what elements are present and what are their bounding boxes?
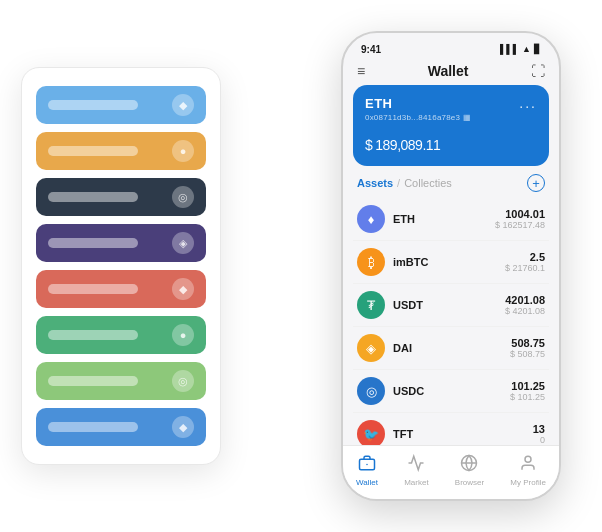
- bottom-nav: Wallet Market Browser My Profile: [343, 445, 559, 499]
- eth-card[interactable]: ETH ... 0x08711d3b...8416a78e3 ▦ $189,08…: [353, 85, 549, 166]
- card-label-1: [48, 146, 138, 156]
- card-label-5: [48, 330, 138, 340]
- status-time: 9:41: [361, 44, 381, 55]
- asset-amount-DAI: 508.75: [510, 337, 545, 349]
- status-icons: ▌▌▌ ▲ ▊: [500, 44, 541, 54]
- wallet-card-item-4[interactable]: ◆: [36, 270, 206, 308]
- page-title: Wallet: [428, 63, 469, 79]
- phone-mockup: 9:41 ▌▌▌ ▲ ▊ ≡ Wallet ⛶ ETH ... 0x08711d…: [341, 31, 561, 501]
- wallet-card-item-5[interactable]: ●: [36, 316, 206, 354]
- signal-icon: ▌▌▌: [500, 44, 519, 54]
- asset-usd-USDC: $ 101.25: [510, 392, 545, 402]
- nav-icon-market: [407, 454, 425, 476]
- wallet-card-item-1[interactable]: ●: [36, 132, 206, 170]
- tab-assets[interactable]: Assets: [357, 177, 393, 189]
- asset-row[interactable]: 🐦 TFT 13 0: [353, 413, 549, 445]
- asset-amounts-DAI: 508.75 $ 508.75: [510, 337, 545, 359]
- battery-icon: ▊: [534, 44, 541, 54]
- left-wallet-panel: ◆ ● ◎ ◈ ◆ ● ◎ ◆: [21, 67, 221, 465]
- asset-name-TFT: TFT: [393, 428, 533, 440]
- asset-row[interactable]: ₿ imBTC 2.5 $ 21760.1: [353, 241, 549, 284]
- card-label-7: [48, 422, 138, 432]
- asset-icon-USDT: ₮: [357, 291, 385, 319]
- phone-header: ≡ Wallet ⛶: [343, 57, 559, 85]
- asset-name-imBTC: imBTC: [393, 256, 505, 268]
- eth-card-balance: $189,089.11: [365, 130, 537, 156]
- asset-amounts-ETH: 1004.01 $ 162517.48: [495, 208, 545, 230]
- add-asset-button[interactable]: +: [527, 174, 545, 192]
- asset-icon-USDC: ◎: [357, 377, 385, 405]
- tab-collecties[interactable]: Collecties: [404, 177, 452, 189]
- wallet-card-item-6[interactable]: ◎: [36, 362, 206, 400]
- card-icon-2: ◎: [172, 186, 194, 208]
- nav-item-browser[interactable]: Browser: [455, 454, 484, 487]
- eth-card-address: 0x08711d3b...8416a78e3 ▦: [365, 113, 537, 122]
- card-label-6: [48, 376, 138, 386]
- asset-name-USDC: USDC: [393, 385, 510, 397]
- asset-usd-DAI: $ 508.75: [510, 349, 545, 359]
- asset-amounts-imBTC: 2.5 $ 21760.1: [505, 251, 545, 273]
- eth-card-menu[interactable]: ...: [519, 95, 537, 111]
- assets-tabs: Assets / Collecties: [357, 177, 452, 189]
- asset-row[interactable]: ♦ ETH 1004.01 $ 162517.48: [353, 198, 549, 241]
- scene: ◆ ● ◎ ◈ ◆ ● ◎ ◆ 9:41 ▌▌▌ ▲ ▊: [11, 11, 591, 521]
- nav-icon-browser: [460, 454, 478, 476]
- asset-list: ♦ ETH 1004.01 $ 162517.48 ₿ imBTC 2.5 $ …: [343, 198, 559, 445]
- card-icon-0: ◆: [172, 94, 194, 116]
- nav-item-wallet[interactable]: Wallet: [356, 454, 378, 487]
- asset-icon-TFT: 🐦: [357, 420, 385, 445]
- asset-amount-USDC: 101.25: [510, 380, 545, 392]
- nav-label-profile: My Profile: [510, 478, 546, 487]
- asset-row[interactable]: ₮ USDT 4201.08 $ 4201.08: [353, 284, 549, 327]
- nav-label-browser: Browser: [455, 478, 484, 487]
- asset-amount-TFT: 13: [533, 423, 545, 435]
- wallet-card-item-3[interactable]: ◈: [36, 224, 206, 262]
- asset-amount-USDT: 4201.08: [505, 294, 545, 306]
- asset-name-ETH: ETH: [393, 213, 495, 225]
- wallet-card-item-7[interactable]: ◆: [36, 408, 206, 446]
- nav-item-profile[interactable]: My Profile: [510, 454, 546, 487]
- asset-icon-DAI: ◈: [357, 334, 385, 362]
- svg-point-4: [525, 456, 531, 462]
- wallet-card-item-0[interactable]: ◆: [36, 86, 206, 124]
- menu-icon[interactable]: ≡: [357, 63, 365, 79]
- asset-name-USDT: USDT: [393, 299, 505, 311]
- asset-usd-USDT: $ 4201.08: [505, 306, 545, 316]
- card-icon-7: ◆: [172, 416, 194, 438]
- asset-usd-imBTC: $ 21760.1: [505, 263, 545, 273]
- card-label-0: [48, 100, 138, 110]
- card-icon-5: ●: [172, 324, 194, 346]
- asset-row[interactable]: ◈ DAI 508.75 $ 508.75: [353, 327, 549, 370]
- eth-card-name: ETH: [365, 96, 393, 111]
- asset-amount-imBTC: 2.5: [505, 251, 545, 263]
- asset-row[interactable]: ◎ USDC 101.25 $ 101.25: [353, 370, 549, 413]
- scan-icon[interactable]: ⛶: [531, 63, 545, 79]
- wallet-card-item-2[interactable]: ◎: [36, 178, 206, 216]
- card-label-3: [48, 238, 138, 248]
- asset-name-DAI: DAI: [393, 342, 510, 354]
- nav-icon-profile: [519, 454, 537, 476]
- card-icon-4: ◆: [172, 278, 194, 300]
- eth-balance-currency: $: [365, 137, 372, 153]
- nav-icon-wallet: [358, 454, 376, 476]
- nav-label-wallet: Wallet: [356, 478, 378, 487]
- asset-amount-ETH: 1004.01: [495, 208, 545, 220]
- tab-divider: /: [397, 177, 400, 189]
- svg-point-1: [366, 464, 368, 466]
- asset-amounts-USDT: 4201.08 $ 4201.08: [505, 294, 545, 316]
- card-icon-6: ◎: [172, 370, 194, 392]
- wifi-icon: ▲: [522, 44, 531, 54]
- asset-usd-TFT: 0: [533, 435, 545, 445]
- asset-icon-imBTC: ₿: [357, 248, 385, 276]
- status-bar: 9:41 ▌▌▌ ▲ ▊: [343, 33, 559, 57]
- asset-amounts-USDC: 101.25 $ 101.25: [510, 380, 545, 402]
- nav-label-market: Market: [404, 478, 428, 487]
- card-icon-1: ●: [172, 140, 194, 162]
- assets-header: Assets / Collecties +: [343, 174, 559, 198]
- card-label-2: [48, 192, 138, 202]
- asset-usd-ETH: $ 162517.48: [495, 220, 545, 230]
- asset-icon-ETH: ♦: [357, 205, 385, 233]
- card-label-4: [48, 284, 138, 294]
- nav-item-market[interactable]: Market: [404, 454, 428, 487]
- asset-amounts-TFT: 13 0: [533, 423, 545, 445]
